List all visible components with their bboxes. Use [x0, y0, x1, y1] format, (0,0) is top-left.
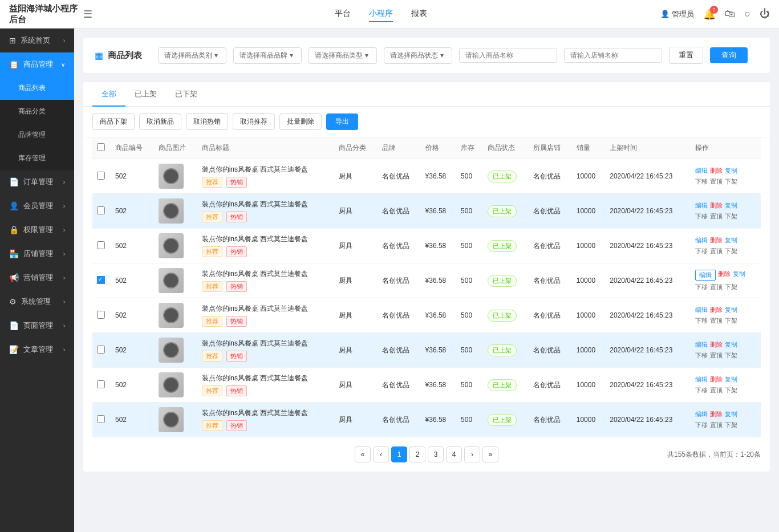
- row-checkbox[interactable]: [97, 206, 105, 214]
- offline-link[interactable]: 下架: [725, 386, 737, 395]
- export-button[interactable]: 导出: [326, 113, 358, 130]
- offline-link[interactable]: 下架: [725, 316, 737, 325]
- shop-icon[interactable]: 🛍: [725, 8, 735, 20]
- copy-link[interactable]: 复制: [725, 201, 737, 210]
- name-input[interactable]: [459, 48, 557, 63]
- store-input[interactable]: [564, 48, 662, 63]
- copy-link[interactable]: 复制: [725, 306, 737, 314]
- copy-link[interactable]: 复制: [725, 375, 737, 384]
- nav-link-platform[interactable]: 平台: [335, 6, 351, 22]
- edit-link[interactable]: 编辑: [695, 166, 708, 175]
- sidebar-item-system-mgmt[interactable]: ⚙ 系统管理 ›: [0, 290, 74, 314]
- move-down-link[interactable]: 下移: [695, 283, 708, 291]
- power-icon[interactable]: ⏻: [760, 8, 770, 20]
- delete-link[interactable]: 删除: [710, 166, 723, 175]
- sidebar-item-member-mgmt[interactable]: 👤 会员管理 ›: [0, 194, 74, 218]
- tab-on-shelf[interactable]: 已上架: [125, 82, 166, 106]
- copy-link[interactable]: 复制: [725, 236, 737, 245]
- sidebar-item-stock-mgmt[interactable]: 库存管理: [0, 147, 74, 170]
- sidebar-item-goods-category[interactable]: 商品分类: [0, 100, 74, 123]
- move-down-link[interactable]: 下移: [695, 351, 708, 360]
- edit-link[interactable]: 编辑: [695, 375, 708, 384]
- tab-off-shelf[interactable]: 已下架: [166, 82, 206, 106]
- copy-link[interactable]: 复制: [725, 410, 737, 419]
- reset-button[interactable]: 重置: [669, 47, 703, 64]
- move-down-link[interactable]: 下移: [695, 421, 708, 429]
- move-down-link[interactable]: 下移: [695, 177, 708, 186]
- sidebar-item-page-mgmt[interactable]: 📄 页面管理 ›: [0, 314, 74, 338]
- top-link[interactable]: 置顶: [710, 177, 723, 186]
- row-checkbox[interactable]: [97, 346, 105, 354]
- move-down-link[interactable]: 下移: [695, 212, 708, 221]
- sidebar-item-goods-list[interactable]: 商品列表: [0, 76, 74, 100]
- page-4-btn[interactable]: 4: [446, 446, 462, 462]
- tab-all[interactable]: 全部: [92, 82, 125, 106]
- move-down-link[interactable]: 下移: [695, 247, 708, 255]
- batch-delete-button[interactable]: 批量删除: [279, 113, 322, 130]
- top-link[interactable]: 置顶: [710, 212, 723, 221]
- sidebar-item-brand-mgmt[interactable]: 品牌管理: [0, 123, 74, 147]
- move-down-link[interactable]: 下移: [695, 386, 708, 395]
- delete-link[interactable]: 删除: [710, 306, 723, 314]
- edit-link[interactable]: 编辑: [695, 236, 708, 245]
- notification-icon[interactable]: 🔔 2: [703, 8, 716, 21]
- sidebar-item-store-mgmt[interactable]: 🏪 店铺管理 ›: [0, 242, 74, 266]
- circle-icon[interactable]: ○: [744, 8, 750, 20]
- delete-link[interactable]: 删除: [710, 236, 723, 245]
- category-filter[interactable]: 请选择商品类别 ▾: [158, 47, 226, 64]
- sidebar-item-marketing-mgmt[interactable]: 📢 营销管理 ›: [0, 266, 74, 290]
- status-filter[interactable]: 请选择商品状态 ▾: [384, 47, 452, 64]
- query-button[interactable]: 查询: [710, 47, 748, 63]
- menu-toggle-icon[interactable]: ☰: [83, 8, 92, 21]
- edit-link[interactable]: 编辑: [695, 270, 716, 281]
- cancel-new-button[interactable]: 取消新品: [139, 113, 181, 130]
- nav-link-report[interactable]: 报表: [411, 6, 427, 22]
- delete-link[interactable]: 删除: [710, 410, 723, 419]
- sidebar-item-goods-mgmt[interactable]: 📋 商品管理 ∨: [0, 52, 74, 76]
- delete-link[interactable]: 删除: [710, 375, 723, 384]
- brand-filter[interactable]: 请选择商品品牌 ▾: [233, 47, 302, 64]
- offline-link[interactable]: 下架: [725, 421, 737, 429]
- row-checkbox[interactable]: [97, 380, 105, 388]
- row-checkbox[interactable]: [97, 415, 105, 423]
- select-all-checkbox[interactable]: [97, 143, 105, 151]
- row-checkbox[interactable]: [97, 311, 105, 319]
- delete-link[interactable]: 删除: [710, 340, 723, 349]
- edit-link[interactable]: 编辑: [695, 201, 708, 210]
- row-checkbox[interactable]: [97, 241, 105, 249]
- page-last-btn[interactable]: »: [482, 446, 498, 462]
- offline-link[interactable]: 下架: [725, 212, 737, 221]
- sidebar-item-home[interactable]: ⊞ 系统首页 ›: [0, 29, 74, 52]
- offline-link[interactable]: 下架: [725, 177, 737, 186]
- page-first-btn[interactable]: «: [355, 446, 371, 462]
- copy-link[interactable]: 复制: [725, 340, 737, 349]
- copy-link[interactable]: 复制: [733, 270, 745, 281]
- page-1-btn[interactable]: 1: [391, 446, 407, 462]
- page-3-btn[interactable]: 3: [428, 446, 444, 462]
- sidebar-item-order-mgmt[interactable]: 📄 订单管理 ›: [0, 170, 74, 194]
- row-checkbox[interactable]: [97, 172, 105, 180]
- top-link[interactable]: 置顶: [710, 316, 723, 325]
- edit-link[interactable]: 编辑: [695, 306, 708, 314]
- cancel-hot-button[interactable]: 取消热销: [186, 113, 228, 130]
- offline-link[interactable]: 下架: [725, 351, 737, 360]
- page-prev-btn[interactable]: ‹: [373, 446, 389, 462]
- top-link[interactable]: 置顶: [710, 351, 723, 360]
- top-link[interactable]: 置顶: [710, 421, 723, 429]
- edit-link[interactable]: 编辑: [695, 340, 708, 349]
- page-2-btn[interactable]: 2: [409, 446, 425, 462]
- cancel-recommend-button[interactable]: 取消推荐: [233, 113, 275, 130]
- sidebar-item-permission-mgmt[interactable]: 🔒 权限管理 ›: [0, 218, 74, 242]
- top-link[interactable]: 置顶: [710, 283, 723, 291]
- offline-button[interactable]: 商品下架: [92, 113, 135, 130]
- top-link[interactable]: 置顶: [710, 247, 723, 255]
- row-checkbox[interactable]: [97, 276, 105, 284]
- page-next-btn[interactable]: ›: [464, 446, 480, 462]
- edit-link[interactable]: 编辑: [695, 410, 708, 419]
- type-filter[interactable]: 请选择商品类型 ▾: [309, 47, 377, 64]
- move-down-link[interactable]: 下移: [695, 316, 708, 325]
- sidebar-item-article-mgmt[interactable]: 📝 文章管理 ›: [0, 338, 74, 362]
- nav-link-miniprogram[interactable]: 小程序: [369, 6, 393, 22]
- top-link[interactable]: 置顶: [710, 386, 723, 395]
- offline-link[interactable]: 下架: [725, 247, 737, 255]
